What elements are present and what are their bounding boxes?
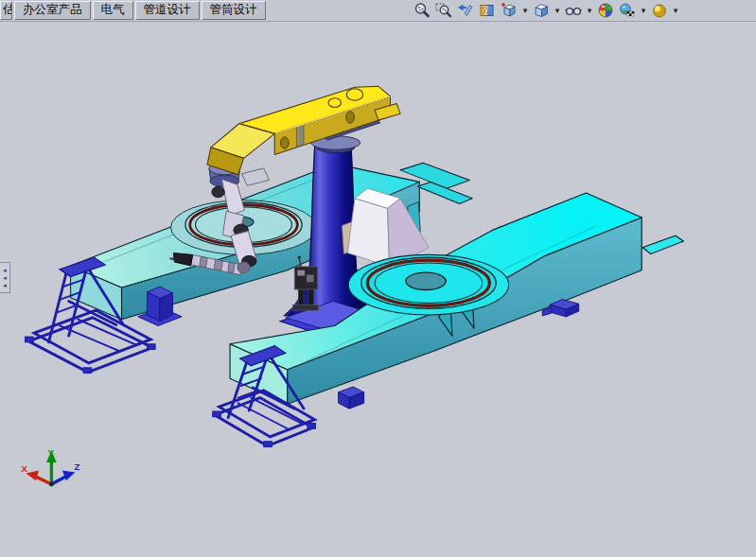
hide-show-items-icon[interactable] xyxy=(564,1,583,20)
expander-arrow-icon: ◂ xyxy=(3,282,7,288)
section-view-icon[interactable] xyxy=(478,1,497,20)
display-style-dropdown[interactable]: ▾ xyxy=(554,1,561,20)
tab-office-products[interactable]: 办公室产品 xyxy=(14,1,91,20)
view-settings-dropdown[interactable]: ▾ xyxy=(672,1,679,20)
command-toolbar: 估 办公室产品 电气 管道设计 管筒设计 xyxy=(0,0,756,22)
triad-x-label: X xyxy=(22,463,28,474)
tab-tubing-design[interactable]: 管筒设计 xyxy=(202,1,266,20)
tab-evaluate-partial[interactable]: 估 xyxy=(0,1,12,20)
previous-view-icon[interactable] xyxy=(456,1,475,20)
command-tabs: 估 办公室产品 电气 管道设计 管筒设计 xyxy=(0,1,268,20)
3d-model-view[interactable]: Y X Z xyxy=(0,21,756,557)
view-settings-icon[interactable] xyxy=(650,1,669,20)
expander-arrow-icon: ◂ xyxy=(3,267,7,273)
expander-arrow-icon: ◂ xyxy=(3,274,7,281)
graphics-area[interactable]: Y X Z xyxy=(0,21,756,557)
turntable-ring-right[interactable] xyxy=(348,254,508,315)
hide-show-items-dropdown[interactable]: ▾ xyxy=(586,1,593,20)
zoom-to-fit-icon[interactable] xyxy=(413,1,431,20)
tab-electrical[interactable]: 电气 xyxy=(93,1,133,20)
view-orientation-icon[interactable] xyxy=(500,1,519,20)
zoom-to-area-icon[interactable] xyxy=(434,1,453,20)
triad-y-label: Y xyxy=(48,447,55,458)
view-orientation-dropdown[interactable]: ▾ xyxy=(521,1,529,20)
apply-scene-icon[interactable] xyxy=(618,1,637,20)
display-style-icon[interactable] xyxy=(532,1,551,20)
tab-piping-design[interactable]: 管道设计 xyxy=(135,1,200,20)
heads-up-view-toolbar: ▾ ▾ ▾ ▾ xyxy=(413,1,679,20)
edit-appearance-icon[interactable] xyxy=(596,1,615,20)
apply-scene-dropdown[interactable]: ▾ xyxy=(640,1,647,20)
triad-z-label: Z xyxy=(74,461,79,472)
panel-expander-button[interactable]: ◂ ◂ ◂ xyxy=(0,262,10,293)
